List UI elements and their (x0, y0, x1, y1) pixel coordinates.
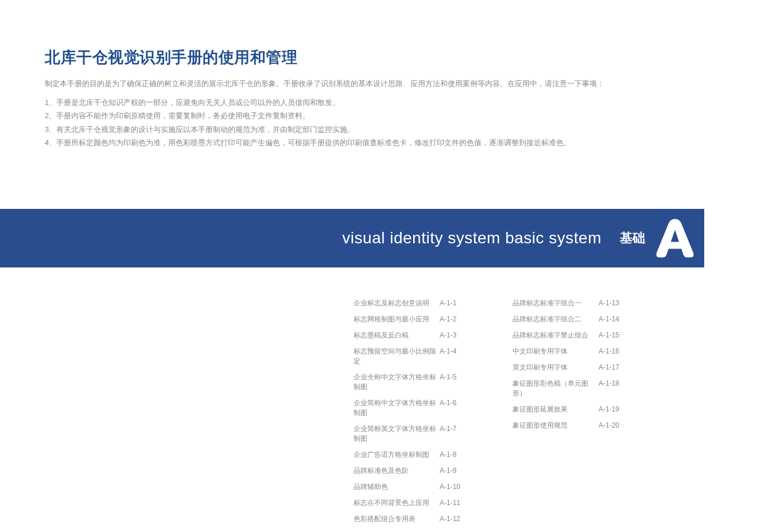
toc-row: 中文印刷专用字体A-1-16 (513, 347, 630, 356)
toc-label: 中文印刷专用字体 (513, 347, 599, 356)
toc-row: 象征图形彩色稿（单元图形）A-1-18 (513, 379, 630, 398)
toc-row: 企业广告语方格坐标制图A-1-8 (354, 450, 471, 460)
toc-code: A-1-19 (599, 405, 630, 413)
toc-column-1: 企业标志及标志创意说明A-1-1标志网格制图与最小应用A-1-2标志墨稿及反白稿… (354, 298, 471, 524)
header-section: 北库干仓视觉识别手册的使用和管理 制定本手册的目的是为了确保正确的树立和灵活的展… (0, 0, 784, 149)
toc-code: A-1-6 (440, 399, 471, 407)
toc-code: A-1-8 (440, 451, 471, 459)
toc-row: 标志墨稿及反白稿A-1-3 (354, 331, 471, 340)
toc-code: A-1-5 (440, 373, 471, 381)
toc-label: 品牌标志标准字组合二 (513, 314, 599, 324)
toc-row: 色彩搭配组合专用表A-1-12 (354, 514, 471, 524)
toc-label: 标志墨稿及反白稿 (354, 331, 440, 340)
toc-code: A-1-3 (440, 331, 471, 339)
toc-code: A-1-14 (599, 315, 630, 323)
toc-row: 企业简称英文字体方格坐标制图A-1-7 (354, 424, 471, 444)
toc-label: 企业简称英文字体方格坐标制图 (354, 424, 440, 444)
toc-label: 企业广告语方格坐标制图 (354, 450, 440, 460)
toc-row: 标志预留空间与最小比例限定A-1-4 (354, 347, 471, 366)
rule-item: 4、手册所标定颜色均为印刷色为准，用色彩喷墨方式打印可能产生偏色，可根据手册提供… (45, 136, 739, 149)
toc-row: 品牌标志标准字组合二A-1-14 (513, 314, 630, 324)
toc-code: A-1-11 (440, 499, 471, 507)
toc-label: 品牌标志标准字组合一 (513, 298, 599, 308)
toc-row: 品牌辅助色A-1-10 (354, 482, 471, 492)
toc-code: A-1-15 (599, 331, 630, 339)
toc-code: A-1-12 (440, 515, 471, 523)
toc-label: 象征图形彩色稿（单元图形） (513, 379, 599, 398)
toc-label: 象征图形延展效果 (513, 405, 599, 414)
toc-label: 品牌标志标准字禁止组合 (513, 331, 599, 340)
rules-list: 1、手册是北库干仓知识产权的一部分，应避免向无关人员或公司以外的人员借阅和散发。… (45, 96, 739, 150)
toc-label: 企业简称中文字体方格坐标制图 (354, 398, 440, 418)
toc-row: 品牌标志标准字禁止组合A-1-15 (513, 331, 630, 340)
toc-label: 标志网格制图与最小应用 (354, 314, 440, 324)
toc-row: 企业简称中文字体方格坐标制图A-1-6 (354, 398, 471, 418)
table-of-contents: 企业标志及标志创意说明A-1-1标志网格制图与最小应用A-1-2标志墨稿及反白稿… (354, 298, 630, 524)
toc-row: 标志在不同背景色上应用A-1-11 (354, 498, 471, 508)
toc-row: 企业全称中文字体方格坐标制图A-1-5 (354, 372, 471, 392)
intro-text: 制定本手册的目的是为了确保正确的树立和灵活的展示北库干仓的形象。手册收录了识别系… (45, 78, 739, 90)
toc-row: 象征图形延展效果A-1-19 (513, 405, 630, 414)
toc-code: A-1-7 (440, 425, 471, 433)
toc-label: 象征图形使用规范 (513, 421, 599, 430)
toc-label: 色彩搭配组合专用表 (354, 514, 440, 524)
rule-item: 2、手册内容不能作为印刷原稿使用，需要复制时，务必使用电子文件复制资料。 (45, 109, 739, 122)
section-banner: visual identity system basic system 基础系统 (0, 209, 693, 267)
toc-column-2: 品牌标志标准字组合一A-1-13品牌标志标准字组合二A-1-14品牌标志标准字禁… (513, 298, 630, 524)
toc-code: A-1-1 (440, 299, 471, 307)
toc-code: A-1-18 (599, 379, 630, 387)
toc-row: 标志网格制图与最小应用A-1-2 (354, 314, 471, 324)
rule-item: 3、有关北库干仓视觉形象的设计与实施应以本手册制动的规范为准，并由制定部门监控实… (45, 123, 739, 136)
toc-code: A-1-16 (599, 347, 630, 355)
toc-label: 标志在不同背景色上应用 (354, 498, 440, 508)
toc-code: A-1-2 (440, 315, 471, 323)
page-title: 北库干仓视觉识别手册的使用和管理 (45, 47, 739, 68)
toc-code: A-1-9 (440, 467, 471, 475)
rule-item: 1、手册是北库干仓知识产权的一部分，应避免向无关人员或公司以外的人员借阅和散发。 (45, 96, 739, 109)
toc-row: 英文印刷专用字体A-1-17 (513, 363, 630, 372)
toc-code: A-1-10 (440, 483, 471, 491)
toc-label: 英文印刷专用字体 (513, 363, 599, 372)
toc-row: 品牌标准色及色阶A-1-9 (354, 466, 471, 476)
letter-a-icon (652, 215, 698, 261)
toc-row: 品牌标志标准字组合一A-1-13 (513, 298, 630, 308)
toc-label: 企业标志及标志创意说明 (354, 298, 440, 308)
toc-label: 品牌标准色及色阶 (354, 466, 440, 476)
toc-code: A-1-20 (599, 421, 630, 429)
toc-label: 品牌辅助色 (354, 482, 440, 492)
section-letter-box (646, 209, 704, 267)
banner-english: visual identity system basic system (342, 229, 601, 247)
toc-row: 企业标志及标志创意说明A-1-1 (354, 298, 471, 308)
toc-code: A-1-4 (440, 347, 471, 355)
toc-label: 标志预留空间与最小比例限定 (354, 347, 440, 366)
toc-row: 象征图形使用规范A-1-20 (513, 421, 630, 430)
toc-label: 企业全称中文字体方格坐标制图 (354, 372, 440, 392)
document-page: 北库干仓视觉识别手册的使用和管理 制定本手册的目的是为了确保正确的树立和灵活的展… (0, 0, 784, 532)
toc-code: A-1-17 (599, 363, 630, 371)
toc-code: A-1-13 (599, 299, 630, 307)
